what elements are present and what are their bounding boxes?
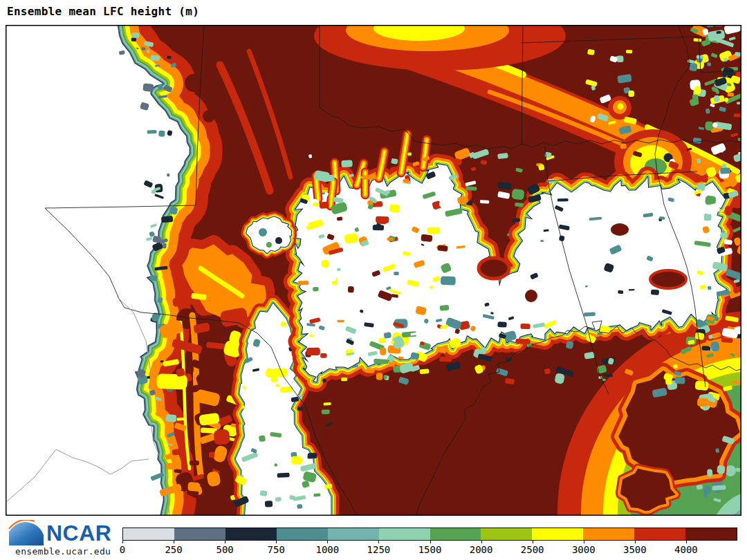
colorbar-segment bbox=[481, 528, 532, 540]
colorbar-segment bbox=[277, 528, 328, 540]
colorbar-tick-label: 3500 bbox=[623, 544, 647, 555]
colorbar-tick-label: 1500 bbox=[418, 544, 442, 555]
colorbar-segment bbox=[379, 528, 430, 540]
colorbar-tick-label: 1000 bbox=[315, 544, 339, 555]
colorbar-segments bbox=[122, 528, 737, 541]
colorbar-tick bbox=[174, 541, 174, 543]
colorbar-tick bbox=[686, 541, 687, 543]
colorbar-tick bbox=[430, 541, 431, 543]
ncar-logo-text: NCAR bbox=[46, 522, 111, 544]
weather-graphic-page: Ensemble mean LFC height (m) Init: Sat 2… bbox=[0, 0, 747, 560]
colorbar-segment bbox=[174, 528, 225, 540]
colorbar-segment bbox=[685, 528, 737, 540]
colorbar-tick bbox=[276, 541, 277, 543]
colorbar-tick-label: 750 bbox=[268, 544, 285, 555]
page-title: Ensemble mean LFC height (m) bbox=[7, 5, 199, 18]
colorbar-tick-label: 1250 bbox=[367, 544, 391, 555]
colorbar-tick-label: 4000 bbox=[674, 544, 698, 555]
colorbar-segment bbox=[430, 528, 481, 540]
colorbar-tick bbox=[635, 541, 636, 543]
colorbar: 0250500750100012501500200025003000350040… bbox=[122, 528, 737, 559]
colorbar-segment bbox=[532, 528, 583, 540]
colorbar-tick bbox=[327, 541, 328, 543]
ncar-swoosh-icon bbox=[8, 520, 44, 546]
colorbar-tick bbox=[378, 541, 379, 543]
colorbar-tick bbox=[225, 541, 225, 543]
colorbar-segment bbox=[225, 528, 277, 540]
colorbar-segment bbox=[123, 528, 174, 540]
colorbar-tick-label: 2500 bbox=[521, 544, 544, 555]
ncar-logo: NCAR bbox=[8, 520, 111, 546]
colorbar-tick bbox=[481, 541, 482, 543]
colorbar-tick-label: 3000 bbox=[572, 544, 596, 555]
colorbar-segment bbox=[328, 528, 379, 540]
colorbar-tick bbox=[584, 541, 584, 543]
colorbar-tick-label: 250 bbox=[165, 544, 182, 555]
site-url: ensemble.ucar.edu bbox=[15, 546, 111, 557]
colorbar-tick-label: 2000 bbox=[470, 544, 493, 555]
colorbar-tick bbox=[533, 541, 533, 543]
colorbar-tick-label: 0 bbox=[120, 544, 125, 555]
colorbar-ticks: 0250500750100012501500200025003000350040… bbox=[122, 541, 737, 559]
colorbar-tick-label: 500 bbox=[216, 544, 234, 555]
weather-map bbox=[6, 25, 741, 516]
lfc-map-svg bbox=[6, 25, 741, 516]
colorbar-segment bbox=[634, 528, 685, 540]
colorbar-tick bbox=[122, 541, 123, 543]
colorbar-segment bbox=[583, 528, 634, 540]
